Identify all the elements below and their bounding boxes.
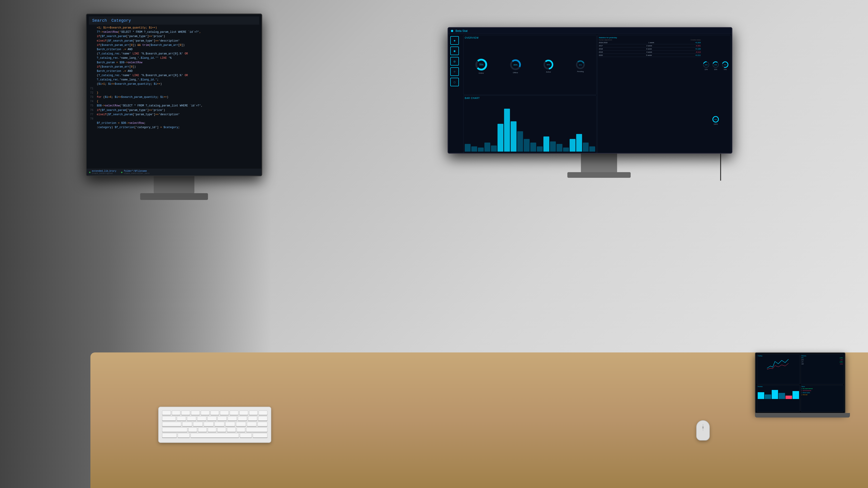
key-w[interactable] bbox=[187, 416, 196, 421]
svg-text:75%: 75% bbox=[724, 64, 727, 66]
bar-17 bbox=[569, 139, 576, 152]
key-u[interactable] bbox=[238, 416, 247, 421]
bar-9 bbox=[517, 131, 523, 151]
key-ctrl[interactable] bbox=[162, 433, 177, 437]
laptop-screen: Trading Markets BTC+2.3% ETH-1.2% bbox=[755, 352, 845, 414]
donut-3-label: Active bbox=[546, 71, 551, 73]
key-9[interactable] bbox=[239, 411, 248, 415]
key-i[interactable] bbox=[248, 416, 257, 421]
key-n[interactable] bbox=[237, 427, 246, 432]
key-11[interactable] bbox=[258, 411, 268, 415]
left-monitor-stand bbox=[154, 176, 194, 194]
key-6[interactable] bbox=[211, 411, 219, 415]
svg-text:30%: 30% bbox=[714, 64, 717, 66]
right-monitor: Beta Stat ◈ ◉ ◎ ○ ◌ Overview bbox=[447, 27, 733, 154]
laptop-portfolio-title: Portfolio bbox=[758, 386, 799, 387]
bar-10 bbox=[524, 139, 530, 152]
key-k[interactable] bbox=[257, 422, 268, 426]
laptop-content: Trading Markets BTC+2.3% ETH-1.2% bbox=[756, 353, 845, 413]
key-v[interactable] bbox=[217, 427, 226, 432]
laptop: Trading Markets BTC+2.3% ETH-1.2% bbox=[755, 352, 850, 425]
editor-topbar[interactable]: Search Category bbox=[89, 17, 259, 25]
key-tab[interactable] bbox=[162, 416, 176, 421]
bar-3 bbox=[478, 148, 484, 152]
key-3[interactable] bbox=[181, 411, 190, 415]
key-shift-r[interactable] bbox=[246, 427, 268, 432]
key-z[interactable] bbox=[188, 427, 197, 432]
key-5[interactable] bbox=[201, 411, 210, 415]
bar-20 bbox=[589, 147, 595, 151]
key-g[interactable] bbox=[225, 422, 235, 426]
svg-text:22%: 22% bbox=[705, 64, 708, 66]
gauge-22: 22% 22% bbox=[703, 61, 710, 70]
key-caps[interactable] bbox=[162, 422, 181, 426]
key-a[interactable] bbox=[182, 422, 192, 426]
bar-13 bbox=[544, 136, 549, 152]
key-e[interactable] bbox=[197, 416, 206, 421]
key-1[interactable] bbox=[162, 411, 171, 415]
bar-chart-area bbox=[465, 100, 595, 153]
laptop-panel-markets: Markets BTC+2.3% ETH-1.2% LTC+0.8% XRP-3… bbox=[801, 354, 844, 384]
sidebar-icon-5[interactable]: ◌ bbox=[450, 78, 459, 86]
key-x[interactable] bbox=[198, 427, 207, 432]
bar-7 bbox=[504, 109, 510, 151]
key-f[interactable] bbox=[215, 422, 224, 426]
key-y[interactable] bbox=[228, 416, 237, 421]
key-shift[interactable] bbox=[162, 427, 187, 432]
alert-4: ●Risk alert bbox=[802, 394, 843, 396]
laptop-markets-table: BTC+2.3% ETH-1.2% LTC+0.8% XRP-3.1% bbox=[802, 357, 843, 365]
status-dot-2: ● bbox=[121, 170, 123, 174]
gauge-100-label: 100% bbox=[714, 123, 718, 125]
stats-col-headers: Human adjustment Creative ideas bbox=[599, 39, 701, 41]
stats-row-1: 2016-2018 1 week +0.203 bbox=[599, 41, 701, 44]
tab-search[interactable]: Search bbox=[92, 18, 107, 23]
status-bar: ● extended_lib_brary track_interrupted ●… bbox=[87, 169, 261, 175]
key-7[interactable] bbox=[220, 411, 229, 415]
key-b[interactable] bbox=[227, 427, 236, 432]
keyboard[interactable] bbox=[158, 407, 271, 443]
key-10[interactable] bbox=[249, 411, 258, 415]
key-2[interactable] bbox=[172, 411, 181, 415]
key-row-2 bbox=[162, 416, 268, 421]
monitor-cable bbox=[720, 154, 721, 181]
dashboard-topbar: Beta Stat bbox=[448, 28, 732, 34]
lp-bar-1 bbox=[758, 392, 764, 399]
key-h[interactable] bbox=[236, 422, 246, 426]
svg-text:75%: 75% bbox=[479, 64, 484, 66]
stats-row-5: 2020 5 week +0.211 bbox=[599, 54, 701, 57]
lp-bar-6 bbox=[793, 391, 799, 399]
sidebar-icon-1[interactable]: ◈ bbox=[450, 36, 459, 45]
code-editor: Search Category =1; $i<=$search_param_qu… bbox=[87, 14, 261, 175]
key-c[interactable] bbox=[208, 427, 217, 432]
sidebar-icon-4[interactable]: ○ bbox=[450, 67, 459, 76]
key-r[interactable] bbox=[207, 416, 217, 421]
sidebar-icon-3[interactable]: ◎ bbox=[450, 57, 459, 66]
laptop-alerts-title: Alerts bbox=[802, 386, 843, 387]
file-2-sub: class_controller_zero bbox=[124, 172, 149, 175]
lp-bar-3 bbox=[772, 390, 778, 399]
key-8[interactable] bbox=[230, 411, 239, 415]
key-row-3 bbox=[162, 422, 268, 426]
tab-category[interactable]: Category bbox=[112, 18, 131, 23]
key-q[interactable] bbox=[177, 416, 186, 421]
bar-11 bbox=[530, 142, 536, 152]
bar-14 bbox=[550, 141, 556, 152]
status-item-2: ● folder*/$filename class_controller_zer… bbox=[121, 170, 149, 175]
mouse-scroll-wheel[interactable] bbox=[702, 426, 704, 429]
dashboard-body: ◈ ◉ ◎ ○ ◌ Overview 75% bbox=[448, 34, 732, 153]
key-space[interactable] bbox=[191, 433, 239, 437]
sidebar-icon-2[interactable]: ◉ bbox=[450, 46, 459, 55]
key-d[interactable] bbox=[204, 422, 214, 426]
key-ctrl-r[interactable] bbox=[253, 433, 268, 437]
key-o[interactable] bbox=[258, 416, 268, 421]
key-t[interactable] bbox=[217, 416, 227, 421]
donut-4-label: Pending bbox=[577, 70, 584, 72]
bar-19 bbox=[583, 142, 589, 152]
key-4[interactable] bbox=[191, 411, 200, 415]
key-j[interactable] bbox=[247, 422, 257, 426]
mouse[interactable] bbox=[696, 420, 710, 441]
key-s[interactable] bbox=[193, 422, 203, 426]
key-alt-r[interactable] bbox=[240, 433, 252, 437]
gauge-75-label: 75% bbox=[723, 69, 727, 70]
key-alt[interactable] bbox=[178, 433, 190, 437]
